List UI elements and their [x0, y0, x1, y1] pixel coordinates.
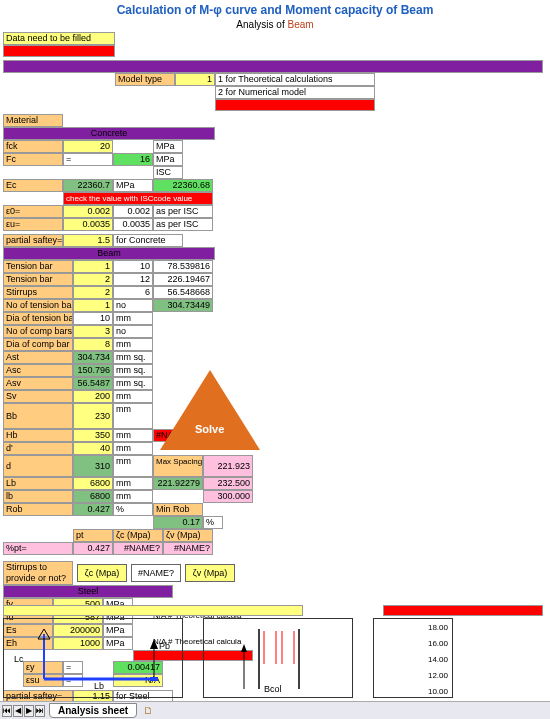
beam-r1-l: Tension bar: [3, 273, 73, 286]
e0-isc: 0.002: [113, 205, 153, 218]
sheet-tabs[interactable]: ⏮ ◀ ▶ ⏭ Analysis sheet 🗋: [0, 701, 550, 719]
eu-value[interactable]: 0.0035: [63, 218, 113, 231]
solve-label: Solve: [195, 423, 224, 435]
model-label: Model type: [115, 73, 175, 86]
ast-value: 304.734: [73, 351, 113, 364]
ec-value: 22360.7: [63, 179, 113, 192]
lc-label: Lc: [14, 654, 24, 664]
eu-label: εu=: [3, 218, 63, 231]
e0-isc-label: as per ISC: [153, 205, 213, 218]
tab-nav-controls[interactable]: ⏮ ◀ ▶ ⏭: [2, 705, 45, 717]
concrete-header: Concrete: [3, 127, 215, 140]
asc-unit: mm sq.: [113, 364, 153, 377]
lb-chart-label: Lb: [94, 681, 104, 691]
tab-first-icon[interactable]: ⏮: [2, 705, 12, 717]
pt-head: pt: [73, 529, 113, 542]
isc-label: ISC: [153, 166, 183, 179]
column-diagram: Bcol: [203, 618, 353, 698]
hb-value[interactable]: 350: [73, 429, 113, 442]
steel-header: Steel: [3, 585, 173, 598]
conc-partial-value[interactable]: 1.5: [63, 234, 113, 247]
minrob-value: 0.17: [153, 516, 203, 529]
hb-unit: mm: [113, 429, 153, 442]
beam-r0-c3: 78.539816: [153, 260, 213, 273]
maxsp-label: Max Spacing of: [153, 455, 203, 477]
beam-r1-c1[interactable]: 2: [73, 273, 113, 286]
red-bar-model: [215, 99, 375, 111]
beam-diagram: Pb Lc Lb: [3, 618, 183, 698]
beam-r2-c2: 6: [113, 286, 153, 299]
dp-label: d': [3, 442, 73, 455]
eu-isc: 0.0035: [113, 218, 153, 231]
minrob-unit: %: [203, 516, 223, 529]
rob-value: 0.427: [73, 503, 113, 516]
tab-analysis-sheet[interactable]: Analysis sheet: [49, 703, 137, 718]
e0-value[interactable]: 0.002: [63, 205, 113, 218]
dp-value[interactable]: 40: [73, 442, 113, 455]
stirrup-name-button[interactable]: #NAME?: [131, 564, 181, 582]
pb-label: Pb: [159, 641, 170, 651]
asc-value: 150.796: [73, 364, 113, 377]
subtitle-prefix: Analysis of: [236, 19, 287, 30]
ncb-unit: no: [113, 325, 153, 338]
beam-r0-c2: 10: [113, 260, 153, 273]
maxsp-v1: 221.923: [203, 455, 253, 477]
beam-r1-c3: 226.19467: [153, 273, 213, 286]
lb2-value: 6800: [73, 490, 113, 503]
fck-label: fck: [3, 140, 63, 153]
mini-chart: 18.00 16.00 14.00 12.00 10.00: [373, 618, 453, 698]
tab-overflow-icon[interactable]: 🗋: [143, 705, 153, 716]
asc-label: Asc: [3, 364, 73, 377]
ncb-value[interactable]: 3: [73, 325, 113, 338]
conc-partial-note: for Concrete: [113, 234, 183, 247]
ntb-c3: 304.73449: [153, 299, 213, 312]
beam-r2-c1[interactable]: 2: [73, 286, 113, 299]
tab-last-icon[interactable]: ⏭: [35, 705, 45, 717]
d-label: d: [3, 455, 73, 477]
minrob-label: Min Rob: [153, 503, 203, 516]
model-value[interactable]: 1: [175, 73, 215, 86]
fck-value[interactable]: 20: [63, 140, 113, 153]
pt-value: 0.427: [73, 542, 113, 555]
beam-r0-c1[interactable]: 1: [73, 260, 113, 273]
ntb-c1[interactable]: 1: [73, 299, 113, 312]
material-header: Material: [3, 114, 63, 127]
zc-head: ζc (Mpa): [113, 529, 163, 542]
stirrup-zv-button[interactable]: ζv (Mpa): [185, 564, 235, 582]
tab-next-icon[interactable]: ▶: [24, 705, 34, 717]
solve-button[interactable]: [160, 370, 260, 450]
rob-label: Rob: [3, 503, 73, 516]
lb-value[interactable]: 6800: [73, 477, 113, 490]
zv-value: #NAME?: [163, 542, 213, 555]
dcb-unit: mm: [113, 338, 153, 351]
lb2-unit: mm: [113, 490, 153, 503]
stirrup-zc-button[interactable]: ζc (Mpa): [77, 564, 127, 582]
asv-label: Asv: [3, 377, 73, 390]
svg-marker-13: [241, 644, 247, 652]
bb-label: Bb: [3, 403, 73, 429]
dtb-unit: mm: [113, 312, 153, 325]
lb-unit: mm: [113, 477, 153, 490]
tab-prev-icon[interactable]: ◀: [13, 705, 23, 717]
maxsp-v2a: 221.92279: [153, 477, 203, 490]
dcb-value[interactable]: 8: [73, 338, 113, 351]
asv-value: 56.5487: [73, 377, 113, 390]
data-fill-label: Data need to be filled: [3, 32, 115, 45]
fc-unit: MPa: [153, 153, 183, 166]
ec-check: check the value with ISCcode value: [63, 192, 213, 205]
maxsp-v2b: 232.500: [203, 477, 253, 490]
fc-eq: =: [63, 153, 113, 166]
svg-rect-5: [150, 677, 158, 681]
beam-r1-c2: 12: [113, 273, 153, 286]
fc-label: Fc: [3, 153, 63, 166]
model-opt2: 2 for Numerical model: [215, 86, 375, 99]
fc-value[interactable]: 16: [113, 153, 153, 166]
sv-value[interactable]: 200: [73, 390, 113, 403]
svg-marker-3: [150, 639, 158, 649]
model-opt1: 1 for Theoretical calculations: [215, 73, 375, 86]
subtitle-subject: Beam: [288, 19, 314, 30]
eu-isc-label: as per ISC: [153, 218, 213, 231]
bb-value[interactable]: 230: [73, 403, 113, 429]
pt-label: %pt=: [3, 542, 73, 555]
d-value: 310: [73, 455, 113, 477]
